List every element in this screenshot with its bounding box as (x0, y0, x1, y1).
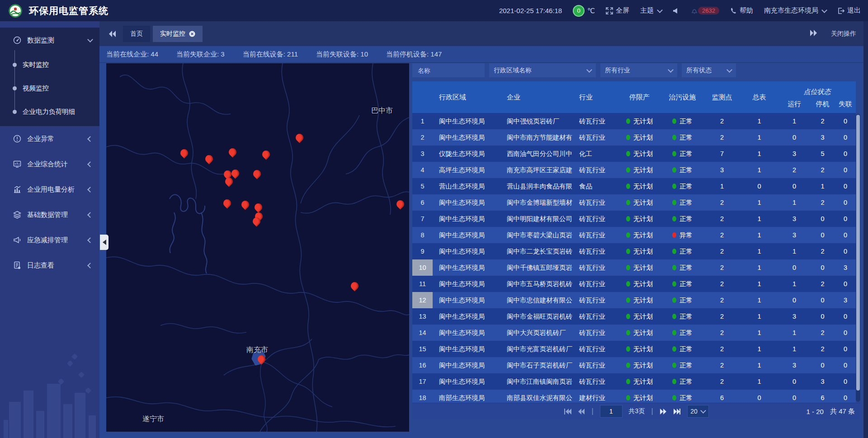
datetime: 2021-02-25 17:46:18 (499, 7, 562, 14)
logout-button[interactable]: 退出 (837, 6, 861, 15)
cell-facility-status: 正常 (661, 264, 704, 272)
sidebar-item-3[interactable]: 企业综合统计 (0, 151, 99, 177)
sidebar-item-7[interactable]: 日志查看 (0, 253, 99, 278)
table-row[interactable]: 5营山生态环境局营山县润丰肉食品有限食品无计划正常10010 (412, 178, 856, 194)
sidebar-item-2[interactable]: 企业异常 (0, 126, 99, 151)
table-row[interactable]: 10阆中生态环境局阆中千佛镇五郎垭页岩砖瓦行业无计划正常21003 (412, 259, 856, 276)
logout-icon (837, 7, 844, 14)
sidebar-subitem[interactable]: 视频监控 (0, 76, 99, 100)
cell-industry: 砖瓦行业 (573, 215, 618, 223)
tab-实时监控[interactable]: 实时监控 (153, 26, 203, 42)
table-row[interactable]: 16阆中生态环境局阆中市石子页岩机砖厂砖瓦行业无计划正常21300 (412, 357, 856, 373)
sidebar-subitem-label: 实时监控 (23, 61, 49, 69)
cell-stopped: 0 (810, 362, 835, 369)
map-canvas[interactable]: 巴中市南充市遂宁市 (106, 63, 409, 432)
tab-close-icon[interactable] (189, 31, 195, 37)
cell-running: 1 (778, 280, 810, 287)
status-dot-green (672, 265, 676, 270)
log-icon (13, 261, 22, 270)
status-select[interactable]: 所有状态 (682, 63, 736, 77)
help-button[interactable]: 帮助 (730, 6, 753, 15)
cell-facility-status: 正常 (661, 361, 704, 370)
name-search-input[interactable] (417, 66, 480, 75)
cell-industry: 建材行业 (573, 394, 618, 402)
table-row[interactable]: 1阆中生态环境局阆中强锐页岩砖厂砖瓦行业无计划正常21120 (412, 113, 856, 129)
tab-bar: 首页实时监控 关闭操作 (99, 21, 863, 46)
next-page-button[interactable] (660, 409, 667, 414)
sidebar-subitem[interactable]: 企业电力负荷明细 (0, 100, 99, 123)
map-panel-collapse-button[interactable] (100, 235, 108, 250)
table-row[interactable]: 9阆中生态环境局阆中市二龙长宝页岩砖砖瓦行业无计划正常21120 (412, 243, 856, 259)
cell-facility-status: 正常 (661, 215, 704, 223)
table-row[interactable]: 4高坪生态环境局南充市高坪区王家店建砖瓦行业无计划正常31220 (412, 162, 856, 178)
row-index-cell: 12 (412, 292, 433, 308)
page-scrollbar[interactable] (863, 21, 868, 438)
sidebar-item-4[interactable]: 企业用电量分析 (0, 177, 99, 202)
row-index-cell: 18 (412, 390, 433, 403)
cell-limit-status: 无计划 (618, 377, 661, 386)
column-group-header: 点位状态 (778, 81, 856, 97)
mute-button[interactable] (673, 7, 680, 14)
row-index-cell: 1 (412, 113, 433, 129)
cell-offline: 0 (835, 231, 856, 239)
cell-offline: 0 (835, 215, 856, 222)
tab-首页[interactable]: 首页 (123, 26, 150, 42)
table-row[interactable]: 3仪陇生态环境局西南油气田分公司川中化工无计划正常71350 (412, 146, 856, 162)
cell-monitor-points: 2 (704, 231, 740, 239)
page-number-input[interactable] (600, 405, 623, 418)
region-select[interactable]: 行政区域名称 (489, 63, 596, 77)
first-page-button[interactable] (564, 409, 571, 414)
sidebar-item-6[interactable]: 应急减排管理 (0, 227, 99, 253)
org-dropdown[interactable]: 南充市生态环境局 (764, 6, 826, 15)
table-row[interactable]: 15阆中生态环境局阆中市光富页岩机砖厂砖瓦行业无计划正常21120 (412, 341, 856, 357)
page-size-select[interactable]: 20 (687, 405, 709, 418)
chevron-down-icon (657, 7, 663, 13)
sidebar-item-label: 应急减排管理 (27, 236, 68, 245)
table-scrollbar-thumb[interactable] (856, 115, 860, 391)
tabs-scroll-left-button[interactable] (108, 31, 117, 37)
sidebar-item-5[interactable]: 基础数据管理 (0, 202, 99, 227)
column-header-index (412, 81, 433, 113)
cell-stopped: 2 (810, 345, 835, 353)
table-row[interactable]: 13阆中生态环境局阆中市金福旺页岩机砖砖瓦行业无计划正常21300 (412, 308, 856, 325)
theme-dropdown[interactable]: 主题 (640, 6, 662, 15)
cell-region: 阆中生态环境局 (433, 264, 500, 272)
table-row[interactable]: 2阆中生态环境局阆中市南方节能建材有砖瓦行业无计划正常21030 (412, 129, 856, 146)
close-operations-button[interactable]: 关闭操作 (831, 30, 856, 38)
cell-running: 1 (778, 345, 810, 353)
fullscreen-button[interactable]: 全屏 (606, 6, 629, 15)
cell-facility-status: 正常 (661, 150, 704, 158)
table-row[interactable]: 6阆中生态环境局阆中市金博瑞新型墙材砖瓦行业无计划正常21120 (412, 194, 856, 211)
cell-company: 南部县双佳水泥有限公 (500, 394, 573, 402)
table-row[interactable]: 8阆中生态环境局阆中市枣碧大梁山页岩砖瓦行业无计划异常21300 (412, 227, 856, 243)
industry-select[interactable]: 所有行业 (600, 63, 677, 77)
cell-total-meters: 1 (740, 362, 778, 369)
sidebar-item-1[interactable]: 数据监测 (0, 28, 99, 53)
notifications-button[interactable]: 2632 (691, 7, 719, 14)
table-row[interactable]: 11阆中生态环境局阆中市五马桥页岩机砖砖瓦行业无计划正常21120 (412, 276, 856, 292)
tabs-scroll-right-button[interactable] (809, 30, 817, 38)
table-row[interactable]: 17阆中生态环境局阆中市江南镇阆南页岩砖瓦行业无计划正常21030 (412, 373, 856, 390)
table-row[interactable]: 12阆中生态环境局阆中市忠信建材有限公砖瓦行业无计划正常21003 (412, 292, 856, 308)
cell-offline: 0 (835, 118, 856, 125)
cell-company: 阆中强锐页岩砖厂 (500, 117, 573, 126)
table-scrollbar-track[interactable] (856, 114, 860, 402)
row-index-cell: 10 (412, 259, 433, 276)
cell-monitor-points: 3 (704, 166, 740, 174)
table-row[interactable]: 7阆中生态环境局阆中明阳建材有限公司砖瓦行业无计划正常21300 (412, 211, 856, 227)
table-row[interactable]: 14阆中生态环境局阆中大兴页岩机砖厂砖瓦行业无计划正常21120 (412, 325, 856, 341)
last-page-button[interactable] (673, 409, 681, 414)
temperature-unit: ℃ (587, 7, 595, 15)
table-row[interactable]: 18南部生态环境局南部县双佳水泥有限公建材行业无计划正常60060 (412, 390, 856, 403)
status-dot-green (626, 232, 630, 238)
cell-offline: 3 (835, 264, 856, 271)
cell-company: 阆中市石子页岩机砖厂 (500, 361, 573, 370)
prev-page-button[interactable] (578, 409, 585, 414)
status-dot-green (626, 200, 630, 205)
map-basemap (106, 63, 409, 432)
cell-offline: 0 (835, 248, 856, 255)
cell-facility-status: 异常 (661, 231, 704, 240)
cell-limit-status: 无计划 (618, 150, 661, 158)
sidebar-subitem-active[interactable]: 实时监控 (0, 53, 99, 76)
status-dot-green (626, 281, 630, 287)
